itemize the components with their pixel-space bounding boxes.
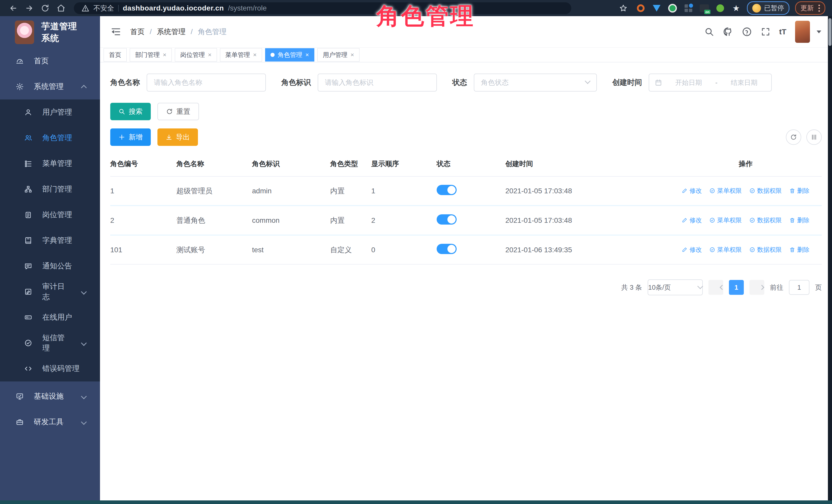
- refresh-table-button[interactable]: [786, 130, 801, 145]
- browser-back-icon[interactable]: [7, 2, 20, 15]
- sidebar-item-error-code[interactable]: 错误码管理: [0, 356, 100, 381]
- chevron-down-icon: [697, 283, 703, 289]
- search-button[interactable]: 搜索: [110, 103, 151, 120]
- sidebar-item-audit-log[interactable]: 审计日志: [0, 279, 100, 304]
- delete-link[interactable]: 删除: [789, 246, 809, 254]
- sidebar-item-sms[interactable]: 短信管理: [0, 330, 100, 356]
- date-range-picker[interactable]: 开始日期 - 结束日期: [649, 74, 772, 91]
- chevron-down-icon: [81, 289, 87, 295]
- avatar-caret-icon[interactable]: [816, 30, 821, 33]
- close-icon[interactable]: ×: [208, 52, 211, 58]
- chevron-down-icon: [585, 78, 591, 84]
- goto-page-input[interactable]: [789, 280, 809, 295]
- extension-icon-grid-badge[interactable]: [683, 3, 694, 13]
- bookmark-star-icon[interactable]: [617, 2, 630, 15]
- status-toggle[interactable]: [437, 185, 457, 195]
- breadcrumb: 首页 / 系统管理 / 角色管理: [130, 27, 227, 37]
- tab-role[interactable]: 角色管理 ×: [265, 48, 314, 61]
- end-date-placeholder[interactable]: 结束日期: [723, 78, 765, 87]
- tab-post[interactable]: 岗位管理 ×: [175, 48, 217, 61]
- reset-button[interactable]: 重置: [157, 103, 199, 120]
- address-bar-divider: [118, 5, 119, 11]
- export-button-label: 导出: [176, 133, 190, 142]
- sidebar-item-notice[interactable]: 通知公告: [0, 253, 100, 279]
- breadcrumb-system[interactable]: 系统管理: [157, 27, 186, 37]
- profile-paused-badge[interactable]: 已暂停: [747, 1, 789, 15]
- next-page-button[interactable]: [749, 280, 764, 295]
- sidebar-item-online-users[interactable]: 在线用户: [0, 304, 100, 330]
- sidebar-item-dict[interactable]: 字典管理: [0, 228, 100, 253]
- delete-link[interactable]: 删除: [789, 187, 809, 195]
- prev-page-button[interactable]: [708, 280, 723, 295]
- menu-perm-link[interactable]: 菜单权限: [709, 216, 742, 224]
- tab-menu[interactable]: 菜单管理 ×: [220, 48, 262, 61]
- extension-icon-green-dot[interactable]: [715, 3, 725, 13]
- browser-scrollbar[interactable]: [828, 16, 832, 500]
- status-select[interactable]: 角色状态: [474, 74, 597, 91]
- user-avatar[interactable]: [795, 21, 810, 43]
- edit-link[interactable]: 修改: [682, 246, 702, 254]
- cell-role-id: 1: [110, 176, 176, 206]
- sidebar-item-users[interactable]: 用户管理: [0, 100, 100, 125]
- scrollbar-thumb[interactable]: [828, 18, 831, 46]
- close-icon[interactable]: ×: [350, 52, 354, 58]
- close-icon[interactable]: ×: [163, 52, 166, 58]
- edit-link[interactable]: 修改: [682, 216, 702, 224]
- help-icon[interactable]: [742, 27, 752, 37]
- col-role-type: 角色类型: [330, 150, 371, 176]
- browser-update-button[interactable]: 更新: [795, 1, 825, 15]
- breadcrumb-home[interactable]: 首页: [130, 27, 145, 37]
- col-role-name: 角色名称: [176, 150, 252, 176]
- extension-icon-dark-on[interactable]: [699, 3, 709, 13]
- sidebar-item-system[interactable]: 系统管理: [0, 74, 100, 100]
- search-icon[interactable]: [704, 27, 714, 37]
- close-icon[interactable]: ×: [253, 52, 257, 58]
- close-icon[interactable]: ×: [305, 52, 309, 58]
- sidebar-collapse-icon[interactable]: [111, 27, 121, 37]
- data-perm-link[interactable]: 数据权限: [749, 187, 782, 195]
- fullscreen-icon[interactable]: [761, 27, 771, 37]
- data-perm-link[interactable]: 数据权限: [749, 216, 782, 224]
- search-button-label: 搜索: [129, 107, 142, 116]
- page-size-select[interactable]: 10条/页: [648, 280, 703, 295]
- browser-menu-icon[interactable]: [818, 5, 820, 12]
- menu-perm-link[interactable]: 菜单权限: [709, 187, 742, 195]
- sidebar-item-posts[interactable]: 岗位管理: [0, 202, 100, 228]
- github-icon[interactable]: [723, 27, 733, 37]
- browser-forward-icon[interactable]: [23, 2, 36, 15]
- extension-icon-blue-gem[interactable]: [651, 3, 662, 13]
- font-size-icon[interactable]: tT: [779, 27, 786, 36]
- sidebar-logo-row[interactable]: 芋道管理系统: [0, 16, 100, 48]
- tab-home[interactable]: 首页: [104, 48, 127, 61]
- menu-perm-link[interactable]: 菜单权限: [709, 246, 742, 254]
- extension-icon-orange-ring[interactable]: [635, 3, 646, 13]
- delete-link[interactable]: 删除: [789, 216, 809, 224]
- edit-link[interactable]: 修改: [682, 187, 702, 195]
- cell-role-key: test: [252, 235, 330, 264]
- sidebar-item-infra[interactable]: 基础设施: [0, 383, 100, 409]
- browser-home-icon[interactable]: [54, 2, 68, 15]
- sidebar-item-menus[interactable]: 菜单管理: [0, 151, 100, 176]
- export-button[interactable]: 导出: [157, 128, 198, 146]
- sidebar-item-home[interactable]: 首页: [0, 48, 100, 74]
- browser-reload-icon[interactable]: [38, 2, 52, 15]
- status-toggle[interactable]: [437, 214, 457, 224]
- data-perm-link[interactable]: 数据权限: [749, 246, 782, 254]
- sidebar-item-devtools[interactable]: 研发工具: [0, 409, 100, 435]
- column-settings-button[interactable]: [806, 130, 822, 145]
- current-page-button[interactable]: 1: [729, 280, 744, 295]
- extension-icon-star[interactable]: ★: [731, 3, 741, 13]
- status-toggle[interactable]: [437, 244, 457, 254]
- role-name-input[interactable]: [147, 74, 266, 91]
- tab-user[interactable]: 用户管理 ×: [317, 48, 360, 61]
- roles-table: 角色编号 角色名称 角色标识 角色类型 显示顺序 状态 创建时间 操作 1 超级…: [110, 150, 822, 265]
- tab-dept[interactable]: 部门管理 ×: [130, 48, 172, 61]
- add-button[interactable]: 新增: [110, 128, 151, 146]
- extension-icon-green-circle[interactable]: [668, 3, 678, 13]
- sidebar-item-depts[interactable]: 部门管理: [0, 176, 100, 202]
- address-bar[interactable]: 不安全 dashboard.yudao.iocoder.cn /system/r…: [74, 2, 571, 14]
- role-name-label: 角色名称: [110, 77, 140, 88]
- start-date-placeholder[interactable]: 开始日期: [667, 78, 710, 87]
- role-key-input[interactable]: [318, 74, 437, 91]
- sidebar-item-roles[interactable]: 角色管理: [0, 125, 100, 151]
